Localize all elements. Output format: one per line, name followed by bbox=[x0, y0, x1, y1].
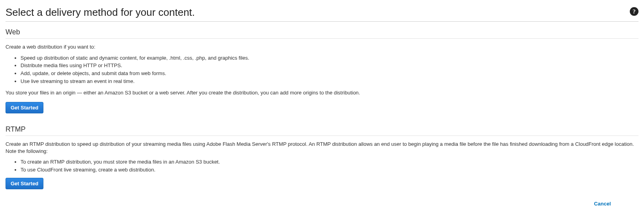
rtmp-intro-text: Create an RTMP distribution to speed up … bbox=[6, 141, 638, 154]
page-header: Select a delivery method for your conten… bbox=[6, 6, 638, 22]
rtmp-bullet-list: To create an RTMP distribution, you must… bbox=[6, 158, 638, 173]
section-rtmp: RTMP Create an RTMP distribution to spee… bbox=[6, 124, 638, 189]
help-icon[interactable]: ? bbox=[630, 7, 638, 16]
web-bullet-list: Speed up distribution of static and dyna… bbox=[6, 55, 638, 85]
section-heading-rtmp: RTMP bbox=[6, 124, 638, 136]
list-item: Add, update, or delete objects, and subm… bbox=[21, 70, 638, 77]
get-started-rtmp-button[interactable]: Get Started bbox=[6, 178, 43, 189]
section-heading-web: Web bbox=[6, 27, 638, 39]
footer: Cancel bbox=[6, 200, 638, 207]
list-item: To create an RTMP distribution, you must… bbox=[21, 158, 638, 166]
list-item: To use CloudFront live streaming, create… bbox=[21, 166, 638, 173]
web-intro-text: Create a web distribution if you want to… bbox=[6, 43, 638, 51]
list-item: Distribute media files using HTTP or HTT… bbox=[21, 62, 638, 69]
list-item: Use live streaming to stream an event in… bbox=[21, 78, 638, 85]
section-web: Web Create a web distribution if you wan… bbox=[6, 27, 638, 113]
cancel-link[interactable]: Cancel bbox=[594, 200, 611, 207]
web-note-text: You store your files in an origin — eith… bbox=[6, 89, 638, 96]
page-title: Select a delivery method for your conten… bbox=[6, 6, 195, 19]
list-item: Speed up distribution of static and dyna… bbox=[21, 55, 638, 62]
get-started-web-button[interactable]: Get Started bbox=[6, 102, 43, 113]
